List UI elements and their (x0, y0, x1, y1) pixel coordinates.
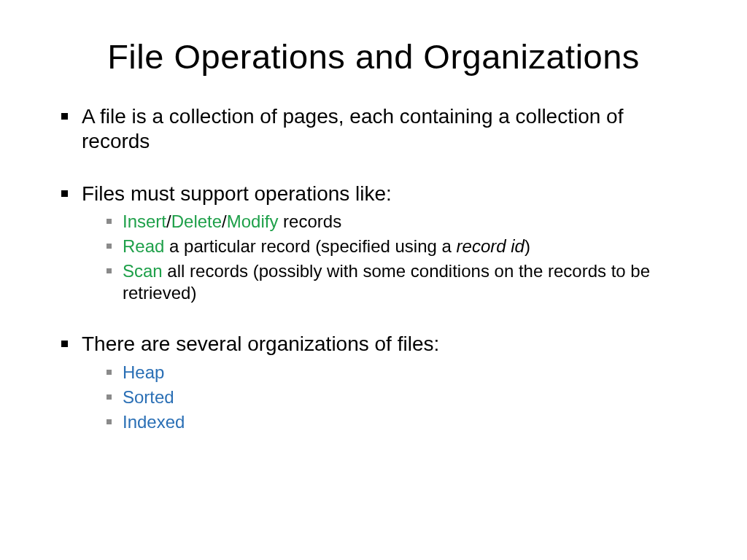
sub-list: Insert/Delete/Modify records Read a part… (82, 211, 696, 304)
org-indexed: Indexed (123, 412, 185, 432)
org-sorted: Sorted (123, 387, 174, 407)
text: all records (possibly with some conditio… (123, 261, 650, 303)
sub-list: Heap Sorted Indexed (82, 362, 696, 433)
sub-item: Scan all records (possibly with some con… (107, 260, 696, 304)
sub-item: Read a particular record (specified usin… (107, 236, 696, 257)
bullet-item: There are several organizations of files… (61, 332, 696, 432)
op-delete: Delete (171, 211, 222, 231)
op-read: Read (123, 236, 164, 256)
sub-item: Insert/Delete/Modify records (107, 211, 696, 233)
sub-item: Heap (107, 362, 696, 384)
bullet-item: A file is a collection of pages, each co… (61, 104, 696, 154)
sub-item: Sorted (107, 386, 696, 408)
op-modify: Modify (227, 211, 279, 231)
slash: / (166, 211, 171, 231)
bullet-item: Files must support operations like: Inse… (61, 182, 696, 304)
bullet-text: There are several organizations of files… (82, 332, 439, 355)
bullet-text: A file is a collection of pages, each co… (82, 105, 623, 152)
slash: / (222, 211, 227, 231)
op-scan: Scan (123, 261, 163, 281)
op-insert: Insert (123, 211, 166, 231)
text: a particular record (specified using a (164, 236, 456, 256)
text: ) (525, 236, 530, 256)
text: records (278, 211, 341, 231)
sub-item: Indexed (107, 411, 696, 433)
org-heap: Heap (123, 362, 164, 382)
record-id: record id (457, 236, 525, 256)
bullet-list: A file is a collection of pages, each co… (51, 104, 696, 433)
bullet-text: Files must support operations like: (82, 182, 392, 205)
slide-title: File Operations and Organizations (51, 36, 696, 77)
